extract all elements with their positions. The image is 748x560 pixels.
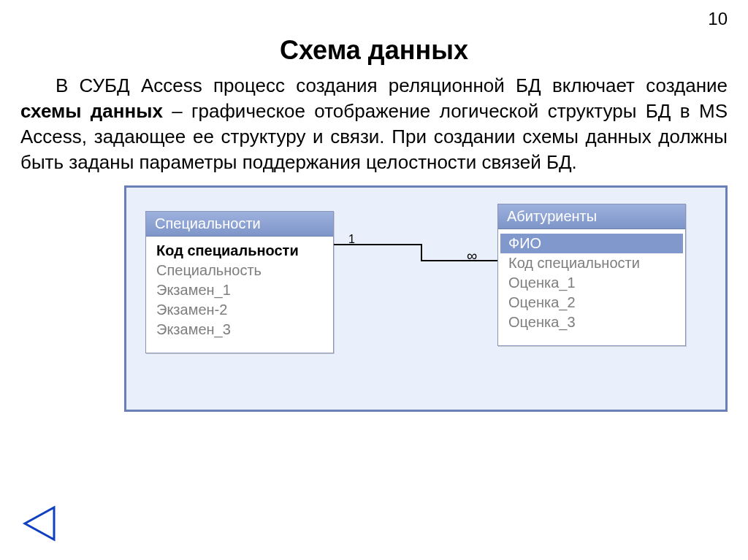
entity-field[interactable]: Код специальности: [146, 241, 333, 261]
entity-field[interactable]: Оценка_2: [498, 293, 685, 312]
entity-field[interactable]: Специальность: [146, 261, 333, 280]
paragraph-pre: В СУБД Access процесс создания реляционн…: [56, 74, 728, 96]
entity-field[interactable]: Код специальности: [498, 253, 685, 273]
page-number: 10: [708, 9, 728, 29]
triangle-left-icon: [20, 505, 58, 542]
page-title: Схема данных: [0, 35, 748, 66]
entity-field-selected[interactable]: ФИО: [500, 234, 683, 253]
paragraph-bold: схемы данных: [20, 100, 163, 122]
body-paragraph: В СУБД Access процесс создания реляционн…: [20, 73, 728, 175]
entity-field[interactable]: Экзамен_1: [146, 280, 333, 300]
relation-many-label: ∞: [467, 248, 477, 264]
prev-slide-button[interactable]: [20, 505, 58, 542]
entity-table-applicants[interactable]: Абитуриенты ФИО Код специальности Оценка…: [497, 204, 686, 346]
entity-field[interactable]: Оценка_1: [498, 273, 685, 293]
svg-marker-0: [25, 507, 54, 540]
entity-field[interactable]: Экзамен-2: [146, 300, 333, 320]
schema-diagram: Специальности Код специальности Специаль…: [124, 185, 728, 412]
entity-body: ФИО Код специальности Оценка_1 Оценка_2 …: [498, 229, 685, 345]
entity-body: Код специальности Специальность Экзамен_…: [146, 237, 333, 353]
entity-table-specialties[interactable]: Специальности Код специальности Специаль…: [145, 211, 334, 353]
entity-header: Абитуриенты: [498, 204, 685, 229]
relation-one-label: 1: [348, 233, 355, 246]
entity-header: Специальности: [146, 212, 333, 237]
entity-field[interactable]: Экзамен_3: [146, 320, 333, 340]
entity-field[interactable]: Оценка_3: [498, 312, 685, 332]
